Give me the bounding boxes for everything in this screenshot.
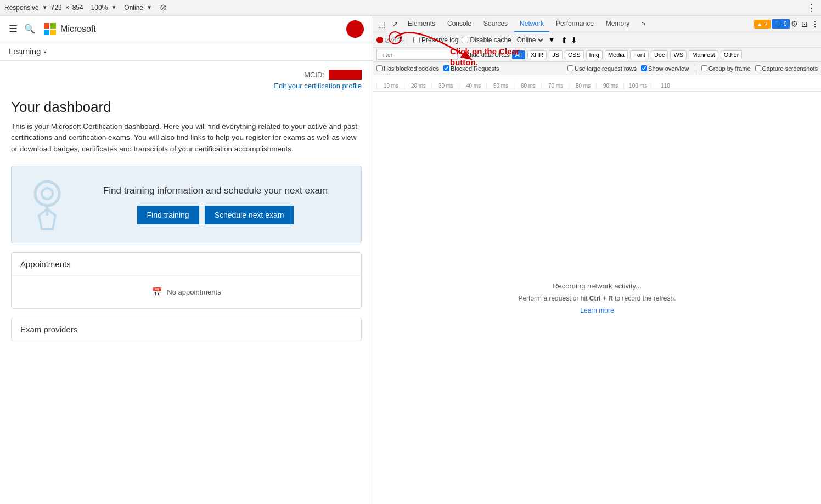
ms-content: MCID: Edit your certification profile Yo…	[0, 61, 373, 504]
ms-logo: Microsoft	[44, 23, 96, 35]
group-by-frame-label: Group by frame	[708, 65, 750, 72]
learning-nav-button[interactable]: Learning ∨	[9, 47, 47, 56]
throttle-dropdown-icon[interactable]: ▼	[548, 36, 555, 44]
filter-media[interactable]: Media	[605, 50, 628, 59]
disable-cache-input[interactable]	[462, 37, 468, 43]
find-training-button[interactable]: Find training	[137, 206, 199, 224]
filter-icon[interactable]: ⚗	[397, 36, 403, 43]
desc-after: to record the refresh.	[613, 295, 676, 302]
mcid-label: MCID:	[304, 71, 324, 79]
filter-js[interactable]: JS	[549, 50, 563, 59]
schedule-exam-button[interactable]: Schedule next exam	[205, 206, 294, 224]
browser-chrome: Responsive ▼ 729 × 854 100% ▼ Online ▼ ⊘…	[0, 0, 821, 16]
zoom-level[interactable]: 100%	[91, 4, 108, 12]
ms-logo-squares	[44, 23, 56, 35]
main-layout: ☰ 🔍 Microsoft Learning ∨	[0, 16, 821, 504]
disable-cache-checkbox[interactable]: Disable cache	[462, 36, 511, 44]
svg-point-0	[35, 182, 59, 206]
timeline-60ms: 60 ms	[514, 83, 541, 89]
tab-performance[interactable]: Performance	[550, 16, 599, 32]
preserve-log-checkbox[interactable]: Preserve log	[413, 36, 458, 44]
show-overview-checkbox[interactable]: Show overview	[641, 65, 689, 72]
devtools-device-icon[interactable]: ⬚	[375, 18, 388, 30]
zoom-dropdown-icon[interactable]: ▼	[111, 4, 116, 10]
tab-more[interactable]: »	[636, 16, 651, 32]
filter-ws[interactable]: WS	[670, 50, 687, 59]
timeline-40ms: 40 ms	[459, 83, 486, 89]
preserve-log-input[interactable]	[413, 37, 420, 43]
tab-memory[interactable]: Memory	[600, 16, 635, 32]
devtools-top-bar: ⬚ ↗ Elements Console Sources Network Per…	[373, 16, 821, 32]
hamburger-menu-icon[interactable]: ☰	[9, 23, 18, 35]
shortcut-text: Ctrl + R	[589, 295, 613, 302]
has-blocked-cookies-label: Has blocked cookies	[384, 65, 439, 72]
edit-certification-link[interactable]: Edit your certification profile	[11, 82, 362, 90]
blocked-requests-checkbox[interactable]: Blocked Requests	[443, 65, 499, 72]
hide-data-urls-checkbox[interactable]: Hide data URLs	[460, 52, 510, 58]
show-overview-label: Show overview	[648, 65, 689, 72]
timeline-20ms: 20 ms	[404, 83, 431, 89]
disable-cache-label: Disable cache	[470, 36, 511, 44]
responsive-label[interactable]: Responsive	[4, 4, 39, 12]
cast-icon[interactable]: ⊡	[801, 20, 808, 29]
more-options-icon[interactable]: ⋮	[807, 3, 817, 13]
width-value: 729	[51, 4, 62, 12]
capture-screenshots-label: Capture screenshots	[762, 65, 818, 72]
filter-other[interactable]: Other	[721, 50, 743, 59]
dashboard-description: This is your Microsoft Certification das…	[11, 121, 362, 155]
appointments-section: Appointments 📅 No appointments	[11, 252, 362, 309]
filter-input[interactable]	[376, 50, 458, 60]
network-status[interactable]: Online	[124, 4, 143, 12]
learn-more-link[interactable]: Learn more	[580, 307, 614, 314]
ms-nav: ☰ 🔍 Microsoft	[0, 16, 373, 42]
filter-font[interactable]: Font	[630, 50, 649, 59]
tab-sources[interactable]: Sources	[478, 16, 513, 32]
download-icon[interactable]: ⬇	[571, 36, 577, 44]
timeline-70ms: 70 ms	[541, 83, 569, 89]
clear-button-container: ⊘	[386, 36, 394, 44]
ms-logo-text: Microsoft	[60, 24, 96, 34]
filter-manifest[interactable]: Manifest	[689, 50, 718, 59]
filter-img[interactable]: Img	[586, 50, 603, 59]
calendar-icon: 📅	[151, 287, 162, 297]
devtools-filter-row: Hide data URLs All XHR JS CSS Img Media …	[373, 48, 821, 62]
responsive-dropdown-icon[interactable]: ▼	[42, 4, 48, 10]
has-blocked-cookies-checkbox[interactable]: Has blocked cookies	[376, 65, 439, 72]
settings-icon[interactable]: ⚙	[791, 19, 798, 29]
timeline-80ms: 80 ms	[569, 83, 596, 89]
upload-icon[interactable]: ⬆	[561, 36, 567, 44]
blocked-requests-label: Blocked Requests	[451, 65, 499, 72]
search-icon[interactable]: 🔍	[24, 24, 35, 34]
record-button[interactable]	[376, 37, 383, 43]
logo-square-blue	[44, 30, 49, 35]
appointments-body: 📅 No appointments	[12, 276, 361, 308]
filter-doc[interactable]: Doc	[651, 50, 668, 59]
no-appointments-text: No appointments	[167, 288, 221, 296]
network-throttle-select[interactable]: Online	[515, 36, 545, 44]
timeline-50ms: 50 ms	[486, 83, 514, 89]
tab-console[interactable]: Console	[442, 16, 477, 32]
training-buttons: Find training Schedule next exam	[81, 206, 350, 224]
capture-screenshots-checkbox[interactable]: Capture screenshots	[755, 65, 818, 72]
network-dropdown-icon[interactable]: ▼	[147, 4, 152, 10]
height-value: 854	[72, 4, 83, 12]
clear-button[interactable]: ⊘	[386, 36, 394, 44]
use-large-rows-checkbox[interactable]: Use large request rows	[567, 65, 637, 72]
filter-all[interactable]: All	[512, 50, 525, 59]
warning-badge[interactable]: ▲ 7	[754, 20, 771, 29]
timeline-100ms: 100 ms	[623, 83, 651, 89]
devtools-filter-row2: Has blocked cookies Blocked Requests Use…	[373, 62, 821, 75]
avatar[interactable]	[346, 20, 364, 38]
info-badge[interactable]: 🔵 9	[772, 19, 790, 29]
preserve-log-label: Preserve log	[421, 36, 458, 44]
customize-icon[interactable]: ⋮	[811, 20, 819, 29]
filter-css[interactable]: CSS	[565, 50, 584, 59]
desc-before: Perform a request or hit	[518, 295, 589, 302]
filter-xhr[interactable]: XHR	[527, 50, 547, 59]
tab-elements[interactable]: Elements	[402, 16, 441, 32]
tab-network[interactable]: Network	[514, 16, 549, 32]
timeline-110ms: 110	[651, 83, 678, 89]
devtools-undock-icon[interactable]: ↗	[389, 18, 401, 30]
group-by-frame-checkbox[interactable]: Group by frame	[701, 65, 750, 72]
no-throttle-icon[interactable]: ⊘	[160, 2, 167, 13]
